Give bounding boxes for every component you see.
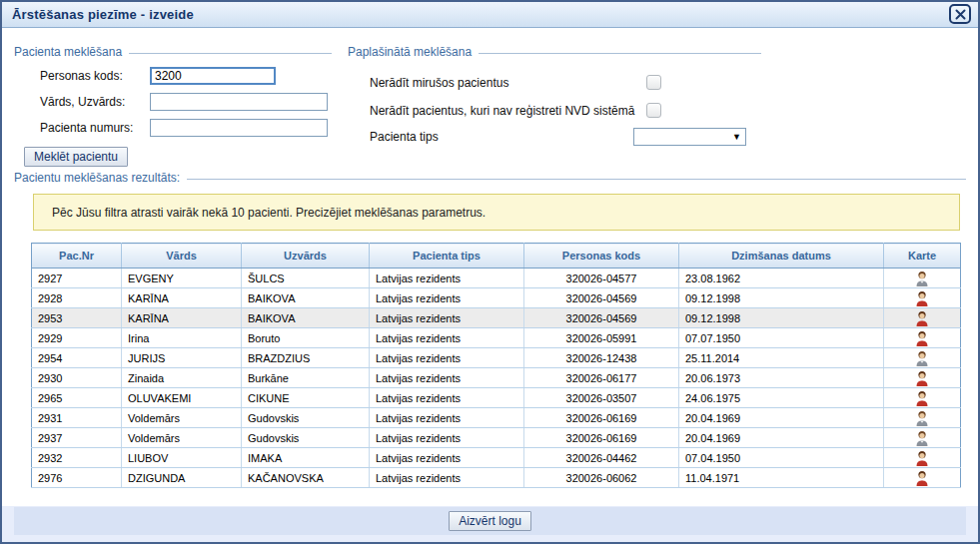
cell-personas-kods: 320026-12438 [524,348,679,368]
close-button[interactable] [949,4,971,24]
hide-unregistered-checkbox[interactable] [646,103,661,118]
cell-pacienta-tips: Latvijas rezidents [370,408,524,428]
vards-uzvards-input[interactable] [150,93,328,111]
search-results-section: Pacientu meklēšanas rezultāts: Pēc Jūsu … [14,171,966,488]
hide-unregistered-row: Nerādīt pacientus, kuri nav reģistreti N… [370,103,761,118]
cell-vards: Voldemārs [122,408,242,428]
cell-pac-nr: 2932 [32,448,122,468]
results-table-body: 2927 EVGENY ŠULCS Latvijas rezidents 320… [32,269,961,488]
table-row[interactable]: 2965 OLUVAKEMI CIKUNE Latvijas rezidents… [32,388,961,408]
cell-dzimsanas-datums: 20.04.1969 [679,408,884,428]
col-header-vards[interactable]: Vārds [122,244,242,269]
cell-dzimsanas-datums: 20.04.1969 [679,428,884,448]
table-row[interactable]: 2937 Voldemārs Gudovskis Latvijas rezide… [32,428,961,448]
cell-pacienta-tips: Latvijas rezidents [370,288,524,308]
patient-card-icon[interactable] [915,330,929,342]
cell-personas-kods: 320026-04569 [524,308,679,328]
cell-vards: KARĪNA [122,288,242,308]
col-header-dzimsanas-datums[interactable]: Dzimšanas datums [679,244,884,269]
meklet-pacientu-button[interactable]: Meklēt pacientu [24,147,128,167]
cell-personas-kods: 320026-06062 [524,468,679,488]
dialog-title: Ārstēšanas piezīme - izveide [12,7,194,22]
patient-card-icon[interactable] [915,390,929,402]
patient-search-legend-row: Pacienta meklēšana [14,45,332,59]
cell-pacienta-tips: Latvijas rezidents [370,428,524,448]
close-icon [955,9,966,20]
cell-personas-kods: 320026-06169 [524,428,679,448]
patient-type-row: Pacienta tips ▼ [370,128,761,146]
results-legend: Pacientu meklēšanas rezultāts: [14,171,180,185]
cell-pacienta-tips: Latvijas rezidents [370,348,524,368]
legend-divider [479,53,761,54]
aizvert-logu-button[interactable]: Aizvērt logu [449,511,531,531]
cell-karte [884,468,961,488]
patient-card-icon[interactable] [915,470,929,482]
patient-card-icon[interactable] [915,410,929,422]
pacienta-numurs-input[interactable] [150,119,328,137]
table-row[interactable]: 2932 LIUBOV IMAKA Latvijas rezidents 320… [32,448,961,468]
col-header-personas-kods[interactable]: Personas kods [524,244,679,269]
hide-deceased-label: Nerādīt mirušos pacientus [370,76,646,90]
cell-vards: DZIGUNDA [122,468,242,488]
legend-divider [187,179,966,180]
dialog-titlebar: Ārstēšanas piezīme - izveide [2,2,978,28]
table-row[interactable]: 2927 EVGENY ŠULCS Latvijas rezidents 320… [32,269,961,288]
cell-vards: OLUVAKEMI [122,388,242,408]
col-header-karte[interactable]: Karte [884,244,961,269]
table-row[interactable]: 2954 JURIJS BRAZDZIUS Latvijas rezidents… [32,348,961,368]
cell-dzimsanas-datums: 09.12.1998 [679,308,884,328]
patient-card-icon[interactable] [915,370,929,382]
advanced-search-legend: Paplašinātā meklēšana [348,45,472,59]
hide-deceased-checkbox[interactable] [646,75,661,90]
table-row[interactable]: 2953 KARĪNA BAIKOVA Latvijas rezidents 3… [32,308,961,328]
personas-kods-input[interactable] [150,67,276,85]
cell-pac-nr: 2965 [32,388,122,408]
vards-uzvards-row: Vārds, Uzvārds: [40,93,332,111]
patient-type-select[interactable]: ▼ [633,128,746,146]
dialog-window: Ārstēšanas piezīme - izveide Pacienta me… [0,0,980,544]
patient-card-icon[interactable] [915,430,929,442]
cell-pac-nr: 2930 [32,368,122,388]
patient-card-icon[interactable] [915,310,929,322]
patient-card-icon[interactable] [915,450,929,462]
table-row[interactable]: 2976 DZIGUNDA KAČANOVSKA Latvijas rezide… [32,468,961,488]
cell-dzimsanas-datums: 25.11.2014 [679,348,884,368]
cell-pacienta-tips: Latvijas rezidents [370,368,524,388]
patient-card-icon[interactable] [915,290,929,302]
cell-personas-kods: 320026-06169 [524,408,679,428]
col-header-uzvards[interactable]: Uzvārds [242,244,370,269]
cell-pac-nr: 2929 [32,328,122,348]
table-row[interactable]: 2930 Zinaida Burkāne Latvijas rezidents … [32,368,961,388]
cell-vards: JURIJS [122,348,242,368]
cell-uzvards: BAIKOVA [242,288,370,308]
hide-unregistered-label: Nerādīt pacientus, kuri nav reģistreti N… [370,104,646,118]
patient-type-label: Pacienta tips [370,130,633,144]
personas-kods-label: Personas kods: [40,69,150,83]
col-header-pacienta-tips[interactable]: Pacienta tips [370,244,524,269]
cell-vards: LIUBOV [122,448,242,468]
patient-card-icon[interactable] [915,271,929,282]
cell-karte [884,328,961,348]
table-row[interactable]: 2928 KARĪNA BAIKOVA Latvijas rezidents 3… [32,288,961,308]
cell-karte [884,348,961,368]
cell-uzvards: BRAZDZIUS [242,348,370,368]
cell-pac-nr: 2976 [32,468,122,488]
patient-search-legend: Pacienta meklēšana [14,45,122,59]
col-header-pac-nr[interactable]: Pac.Nr [32,244,122,269]
cell-karte [884,448,961,468]
cell-uzvards: ŠULCS [242,269,370,288]
cell-pac-nr: 2931 [32,408,122,428]
cell-uzvards: Boruto [242,328,370,348]
table-row[interactable]: 2931 Voldemārs Gudovskis Latvijas rezide… [32,408,961,428]
cell-dzimsanas-datums: 09.12.1998 [679,288,884,308]
cell-pac-nr: 2953 [32,308,122,328]
cell-personas-kods: 320026-04462 [524,448,679,468]
cell-karte [884,288,961,308]
patient-card-icon[interactable] [915,350,929,362]
cell-dzimsanas-datums: 24.06.1975 [679,388,884,408]
table-row[interactable]: 2929 Irina Boruto Latvijas rezidents 320… [32,328,961,348]
vards-uzvards-label: Vārds, Uzvārds: [40,95,150,109]
cell-personas-kods: 320026-05991 [524,328,679,348]
pacienta-numurs-row: Pacienta numurs: [40,119,332,137]
cell-pac-nr: 2928 [32,288,122,308]
